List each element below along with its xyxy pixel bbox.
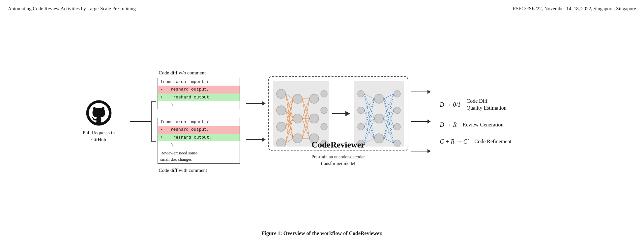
- output-section: D → 0/1 Code Diff Quality Estimation D →…: [440, 98, 572, 145]
- diffs-to-model-arrows: [246, 85, 266, 158]
- encoder-decoder-arrow: [332, 111, 351, 116]
- svg-point-19: [309, 114, 319, 123]
- figure-caption: Figure 1: Overview of the workflow of Co…: [261, 230, 382, 236]
- svg-point-11: [277, 89, 286, 98]
- model-name: CodeReviewer: [269, 140, 408, 150]
- svg-point-16: [293, 114, 302, 123]
- output-row-1: D → 0/1 Code Diff Quality Estimation: [440, 98, 572, 112]
- svg-point-23: [321, 123, 327, 130]
- code-diff-box-2: from torch import ( - reshard_output, + …: [158, 118, 240, 164]
- svg-point-56: [394, 123, 400, 130]
- code-row-2-1: from torch import (: [158, 118, 240, 126]
- encoder-svg: [273, 81, 329, 147]
- code-row-1-2: - reshard_output,: [158, 86, 240, 94]
- code-row-1-3: + _reshard_output,: [158, 94, 240, 101]
- header-left: Automating Code Review Activities by Lar…: [8, 6, 136, 12]
- svg-marker-87: [427, 149, 431, 153]
- svg-point-54: [394, 91, 400, 97]
- header-right: ESEC/FSE '22, November 14–18, 2022, Sing…: [513, 6, 636, 12]
- github-to-fork-arrow: [130, 92, 156, 151]
- svg-marker-85: [427, 120, 431, 123]
- code-row-1-4: ): [158, 101, 240, 109]
- output-formula-2: D → R: [440, 122, 457, 128]
- model-to-outputs-arrows: [411, 75, 431, 168]
- svg-point-55: [394, 107, 400, 114]
- github-label: Pull Requests in GitHub: [83, 129, 115, 143]
- model-dashed-box: CodeReviewer: [268, 76, 408, 151]
- svg-marker-83: [427, 90, 431, 94]
- output-formula-3: C + R → C′: [440, 138, 469, 145]
- code-row-2-2: - reshard_output,: [158, 126, 240, 134]
- code-row-2-5: Reviewer: need somesmall doc changes: [158, 149, 240, 163]
- github-section: Pull Requests in GitHub: [73, 100, 125, 143]
- github-icon: [86, 100, 112, 126]
- svg-point-15: [293, 94, 302, 103]
- svg-point-12: [277, 106, 286, 115]
- svg-marker-7: [262, 101, 266, 105]
- decoder-svg: [354, 81, 404, 147]
- svg-marker-9: [262, 138, 266, 142]
- code-diff-bottom-label: Code diff with comment: [159, 168, 207, 173]
- code-row-2-3: + _reshard_output,: [158, 134, 240, 142]
- svg-point-22: [321, 107, 327, 114]
- code-diffs-section: Code diff w/o comment from torch import …: [158, 70, 243, 173]
- svg-point-52: [374, 114, 384, 123]
- svg-point-51: [374, 94, 384, 103]
- svg-point-47: [358, 91, 364, 97]
- output-label-3: Code Refinement: [475, 138, 512, 145]
- svg-point-13: [277, 122, 286, 131]
- code-row-2-4: ): [158, 141, 240, 149]
- svg-point-49: [358, 123, 364, 130]
- svg-point-18: [309, 94, 319, 103]
- output-row-2: D → R Review Generation: [440, 122, 572, 128]
- svg-point-48: [358, 107, 364, 114]
- output-formula-1: D → 0/1: [440, 101, 461, 108]
- code-row-1-1: from torch import (: [158, 78, 240, 86]
- code-diff-top-label: Code diff w/o comment: [159, 70, 206, 76]
- code-diff-box-1: from torch import ( - reshard_output, + …: [158, 78, 240, 109]
- svg-point-21: [321, 91, 327, 97]
- output-label-1: Code Diff Quality Estimation: [467, 98, 507, 112]
- model-section: CodeReviewer Pre-train an encoder-decode…: [268, 76, 408, 167]
- output-row-3: C + R → C′ Code Refinement: [440, 138, 572, 145]
- model-sublabel: Pre-train an encoder-decoder transformer…: [311, 154, 365, 167]
- fork-lines: [146, 92, 156, 151]
- output-label-2: Review Generation: [463, 122, 504, 128]
